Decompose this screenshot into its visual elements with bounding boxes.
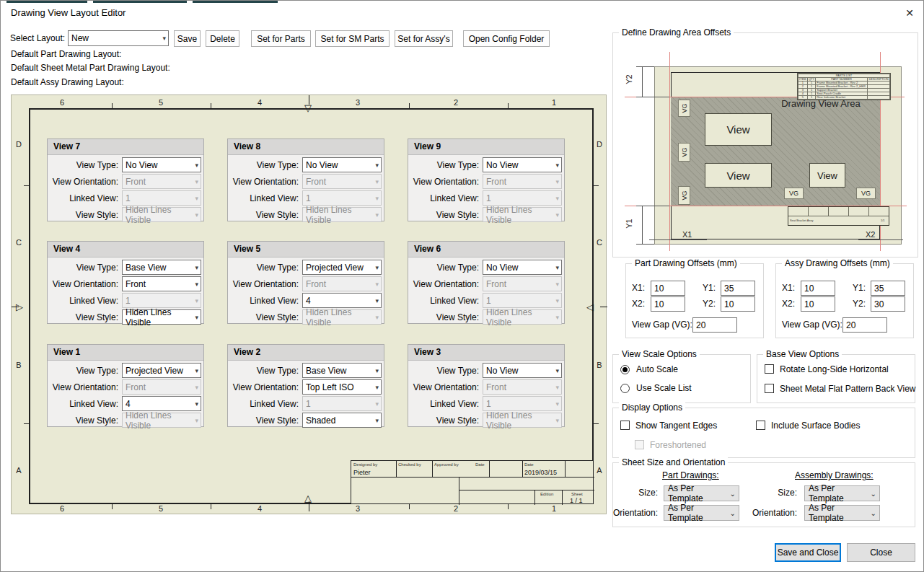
- chevron-down-icon: ▾: [375, 281, 379, 288]
- linked-view-dropdown[interactable]: 4▾: [122, 396, 201, 411]
- ruler-number: 5: [154, 98, 168, 107]
- field-label: View Style:: [228, 210, 302, 220]
- part-y2-input[interactable]: [721, 296, 755, 312]
- show-tangent-edges-checkbox[interactable]: [620, 421, 630, 430]
- linked-view-dropdown[interactable]: 4▾: [302, 293, 382, 308]
- view-orientation-dropdown[interactable]: Front▾: [122, 276, 201, 291]
- dropdown-value: No View: [486, 160, 518, 170]
- view-panel-view-1: View 1View Type:Projected View▾View Orie…: [47, 344, 204, 427]
- assy-x1-input[interactable]: [801, 281, 835, 296]
- approved-by-label: Approved by: [434, 462, 459, 467]
- dropdown-value: Front: [486, 177, 506, 187]
- chevron-down-icon: ▾: [195, 314, 198, 321]
- drawing-sheet: ▽ △ ▷ ◁ Designed by Pieter Checked by Ap…: [11, 94, 607, 514]
- view-type-dropdown[interactable]: Base View▾: [122, 260, 201, 275]
- set-for-sm-parts-button[interactable]: Set for SM Parts: [315, 30, 390, 47]
- field-label: View Style:: [48, 210, 122, 220]
- part-x2-input[interactable]: [651, 296, 685, 312]
- part-vg-input[interactable]: [692, 317, 737, 333]
- save-and-close-button[interactable]: Save and Close: [775, 543, 841, 562]
- part-offsets-group: Part Drawing Offsets (mm) X1: Y1: X2: Y2…: [625, 263, 764, 338]
- select-layout-label: Select Layout:: [10, 33, 65, 43]
- select-layout-dropdown[interactable]: New ▾: [68, 30, 169, 46]
- assy-orientation-dropdown[interactable]: As Per Template ⌄: [804, 505, 880, 521]
- assy-size-value: As Per Template: [809, 483, 871, 503]
- x1-dim-label: X1: [682, 230, 692, 239]
- linked-view-dropdown: 1▾: [483, 396, 562, 411]
- assy-vg-input[interactable]: [842, 317, 887, 333]
- size-label: Size:: [754, 488, 797, 498]
- default-part-layout-label: Default Part Drawing Layout:: [11, 49, 121, 59]
- field-label: View Orientation:: [408, 382, 483, 392]
- view-style-dropdown: Hiden Lines Visible▾: [302, 309, 382, 325]
- close-button[interactable]: Close: [847, 543, 915, 562]
- vg-gap-label: VG: [678, 100, 690, 117]
- dropdown-value: 1: [126, 193, 131, 203]
- rotate-long-side-checkbox[interactable]: [765, 364, 774, 374]
- view-panel-view-8: View 8View Type:No View▾View Orientation…: [227, 138, 384, 221]
- assy-size-dropdown[interactable]: As Per Template ⌄: [804, 485, 880, 501]
- ruler-tick: [508, 504, 509, 509]
- assy-x2-input[interactable]: [801, 296, 835, 312]
- view-type-dropdown[interactable]: Projected View▾: [122, 363, 201, 378]
- dropdown-value: No View: [126, 160, 157, 170]
- view-type-dropdown[interactable]: No View▾: [302, 157, 382, 172]
- display-options-title: Display Options: [619, 402, 685, 413]
- date-label: Date: [524, 462, 534, 467]
- view-panel-view-5: View 5View Type:Projected View▾View Orie…: [227, 241, 384, 324]
- chevron-down-icon: ▾: [375, 211, 379, 219]
- include-surface-bodies-checkbox[interactable]: [756, 421, 765, 430]
- part-size-dropdown[interactable]: As Per Template ⌄: [664, 485, 739, 501]
- view-orientation-dropdown: Front▾: [483, 379, 562, 395]
- y1-dim-label: Y1: [625, 219, 633, 228]
- view-type-dropdown[interactable]: Base View▾: [302, 363, 382, 378]
- ruler-number: 6: [55, 504, 69, 513]
- linked-view-dropdown: 1▾: [483, 190, 562, 206]
- chevron-down-icon: ▾: [375, 400, 379, 408]
- part-x1-input[interactable]: [651, 281, 685, 296]
- set-for-parts-button[interactable]: Set for Parts: [251, 30, 311, 47]
- use-scale-list-radio[interactable]: [620, 384, 630, 393]
- close-icon[interactable]: ✕: [902, 5, 918, 21]
- size-label: Size:: [619, 488, 658, 498]
- field-label: View Type:: [48, 263, 122, 273]
- ruler-number: 6: [55, 98, 69, 107]
- auto-scale-radio[interactable]: [620, 365, 630, 374]
- view-type-dropdown[interactable]: No View▾: [483, 363, 562, 378]
- view-type-dropdown[interactable]: Projected View▾: [302, 260, 382, 275]
- set-for-assy-s-button[interactable]: Set for Assy's: [395, 30, 453, 47]
- part-orientation-dropdown[interactable]: As Per Template ⌄: [664, 505, 739, 521]
- edition-label: Edition: [540, 492, 553, 496]
- delete-button[interactable]: Delete: [206, 30, 239, 47]
- dropdown-value: Front: [486, 382, 506, 392]
- view-orientation-dropdown[interactable]: Top Left ISO▾: [302, 379, 382, 395]
- view-type-dropdown[interactable]: No View▾: [483, 157, 562, 172]
- assy-y2-input[interactable]: [871, 296, 905, 312]
- chevron-down-icon: ▾: [375, 384, 379, 391]
- offsets-diagram-image: Drawing View Area View View View VGVGVGV…: [620, 48, 909, 254]
- open-config-folder-button[interactable]: Open Config Folder: [463, 30, 550, 47]
- field-label: View Type:: [408, 263, 483, 273]
- include-surface-bodies-label: Include Surface Bodies: [771, 421, 860, 431]
- view-style-dropdown[interactable]: Shaded▾: [302, 413, 382, 428]
- view-panel-view-3: View 3View Type:No View▾View Orientation…: [408, 344, 565, 427]
- view-style-dropdown[interactable]: Hiden Lines Visible▾: [122, 309, 201, 325]
- ruler-letter: C: [14, 238, 23, 247]
- select-layout-value: New: [71, 33, 89, 43]
- view-scale-title: View Scale Options: [619, 349, 700, 359]
- field-label: Linked View:: [48, 193, 122, 203]
- flat-pattern-back-checkbox[interactable]: [765, 384, 774, 393]
- assy-y1-input[interactable]: [871, 281, 905, 296]
- center-marker-stem: [309, 501, 309, 511]
- chevron-down-icon: ▾: [375, 264, 379, 271]
- chevron-down-icon: ▾: [375, 178, 379, 185]
- ruler-tick: [112, 504, 113, 509]
- view-type-dropdown[interactable]: No View▾: [122, 157, 201, 172]
- flat-pattern-back-label: Sheet Metal Flat Pattern Back View: [780, 384, 916, 394]
- ruler-tick: [409, 103, 410, 108]
- view-type-dropdown[interactable]: No View▾: [483, 260, 562, 275]
- x1-label: X1:: [782, 283, 795, 293]
- save-button[interactable]: Save: [174, 30, 201, 47]
- orientation-label: Orientation:: [613, 508, 658, 518]
- part-y1-input[interactable]: [721, 281, 755, 296]
